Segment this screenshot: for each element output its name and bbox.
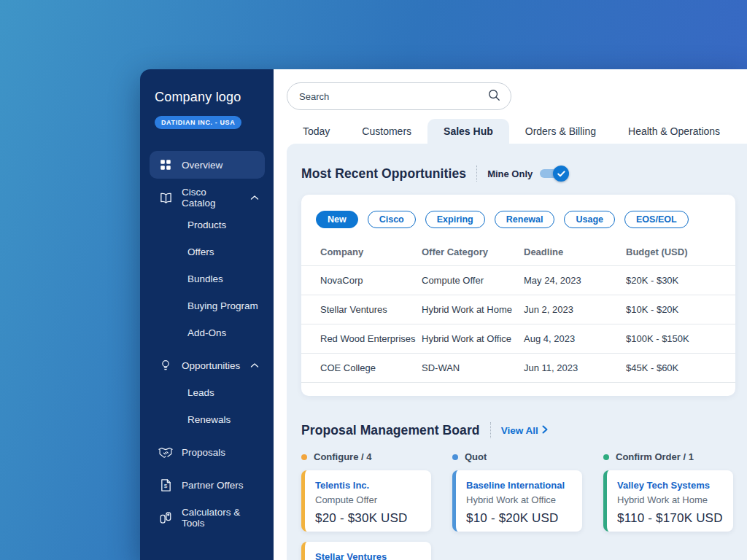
sidebar-item-label: Proposals bbox=[182, 447, 225, 458]
cell-deadline: Jun 2, 2023 bbox=[524, 304, 626, 315]
tab-sales-hub[interactable]: Sales Hub bbox=[427, 119, 509, 144]
table-row[interactable]: Red Wood Enterprises Hybrid Work at Offi… bbox=[301, 324, 735, 354]
cell-budget: $20K - $30K bbox=[626, 275, 716, 286]
board-column-confirm-order: Confirm Order / 1 Valley Tech Systems Hy… bbox=[603, 451, 733, 560]
proposal-company-link[interactable]: Telentis Inc. bbox=[315, 480, 421, 491]
search-icon[interactable] bbox=[487, 88, 500, 104]
sidebar-item-overview[interactable]: Overview bbox=[150, 151, 265, 179]
filter-pill-usage[interactable]: Usage bbox=[564, 211, 615, 228]
tab-health-operations[interactable]: Health & Operations bbox=[612, 119, 736, 144]
sidebar-item-label: Overview bbox=[182, 160, 222, 171]
tab-today[interactable]: Today bbox=[287, 119, 346, 144]
topbar: Today Customers Sales Hub Orders & Billi… bbox=[274, 69, 747, 144]
cell-company: Red Wood Enterprises bbox=[320, 333, 422, 344]
filter-pill-new[interactable]: New bbox=[316, 211, 358, 228]
view-all-label: View All bbox=[501, 425, 538, 436]
mine-only-toggle[interactable] bbox=[540, 166, 569, 182]
proposal-company-link[interactable]: Baseline International bbox=[466, 480, 572, 491]
sidebar-item-label: Leads bbox=[187, 387, 214, 398]
filter-pill-eos-eol[interactable]: EOS/EOL bbox=[624, 211, 689, 228]
proposal-card[interactable]: Baseline International Hybrid Work at Of… bbox=[452, 470, 582, 532]
cell-budget: $10K - $20K bbox=[626, 304, 716, 315]
sidebar-item-leads[interactable]: Leads bbox=[150, 379, 265, 406]
sidebar-item-label: Bundles bbox=[187, 273, 223, 284]
proposal-price: $10 - $20K USD bbox=[466, 511, 572, 526]
column-label: Configure / 4 bbox=[314, 451, 371, 462]
sidebar-item-label: Add-Ons bbox=[187, 327, 226, 338]
proposal-category: Hybrid Work at Office bbox=[466, 494, 572, 505]
sidebar-item-calculators-tools[interactable]: Calculators & Tools bbox=[150, 504, 265, 532]
filter-pill-renewal[interactable]: Renewal bbox=[495, 211, 555, 228]
sidebar-item-cisco-catalog[interactable]: Cisco Catalog bbox=[150, 184, 265, 211]
opportunities-table: Company Offer Category Deadline Budget (… bbox=[301, 238, 735, 383]
dotted-divider bbox=[476, 166, 477, 182]
column-header-configure: Configure / 4 bbox=[301, 451, 431, 462]
chevron-right-icon bbox=[542, 425, 548, 436]
proposal-company-link[interactable]: Valley Tech Systems bbox=[617, 480, 723, 491]
tab-customers[interactable]: Customers bbox=[346, 119, 427, 144]
section-title-opportunities: Most Recent Opportunities bbox=[301, 166, 466, 182]
column-header-company: Company bbox=[320, 246, 422, 257]
mine-only-label: Mine Only bbox=[487, 168, 533, 179]
proposal-card[interactable]: Stellar Ventures bbox=[301, 542, 431, 560]
sidebar-item-label: Opportunities bbox=[182, 360, 240, 371]
sidebar-item-proposals[interactable]: Proposals bbox=[150, 438, 265, 466]
sidebar-item-add-ons[interactable]: Add-Ons bbox=[150, 319, 265, 346]
sales-hub-panel: Most Recent Opportunities Mine Only New … bbox=[287, 144, 747, 560]
table-header-row: Company Offer Category Deadline Budget (… bbox=[301, 238, 735, 266]
search-input[interactable] bbox=[299, 91, 487, 102]
book-icon bbox=[158, 190, 173, 205]
lightbulb-icon bbox=[158, 358, 173, 373]
mine-only-control: Mine Only bbox=[487, 166, 569, 182]
sidebar-item-buying-program[interactable]: Buying Program bbox=[150, 292, 265, 319]
main-area: Today Customers Sales Hub Orders & Billi… bbox=[274, 69, 747, 560]
proposal-card[interactable]: Valley Tech Systems Hybrid Work at Home … bbox=[603, 470, 733, 532]
view-all-link[interactable]: View All bbox=[501, 425, 548, 436]
app-window: Company logo DATIDIAN INC. - USA Overvie… bbox=[140, 69, 747, 560]
tab-label: Health & Operations bbox=[628, 125, 720, 137]
sidebar-item-bundles[interactable]: Bundles bbox=[150, 265, 265, 292]
opportunities-header: Most Recent Opportunities Mine Only bbox=[301, 166, 735, 182]
filter-pill-expiring[interactable]: Expiring bbox=[425, 211, 485, 228]
proposal-category: Hybrid Work at Home bbox=[617, 494, 723, 505]
table-row[interactable]: COE College SD-WAN Jun 11, 2023 $45K - $… bbox=[301, 354, 735, 383]
sidebar-item-label: Partner Offers bbox=[182, 480, 244, 491]
filter-pill-cisco[interactable]: Cisco bbox=[368, 211, 416, 228]
proposal-board: Proposal Management Board View All Confi… bbox=[301, 422, 735, 560]
sidebar-item-products[interactable]: Products bbox=[150, 211, 265, 238]
table-row[interactable]: NovaCorp Compute Offer May 24, 2023 $20K… bbox=[301, 266, 735, 295]
column-header-category: Offer Category bbox=[422, 246, 524, 257]
section-title-board: Proposal Management Board bbox=[301, 423, 480, 438]
tab-orders-billing[interactable]: Orders & Billing bbox=[509, 119, 612, 144]
tab-label: Customers bbox=[362, 125, 411, 137]
grid-icon bbox=[158, 158, 173, 172]
handshake-icon bbox=[158, 445, 173, 459]
sidebar-item-opportunities[interactable]: Opportunities bbox=[150, 351, 265, 379]
dotted-divider bbox=[490, 422, 491, 438]
sidebar-item-label: Products bbox=[187, 219, 226, 230]
cell-company: Stellar Ventures bbox=[320, 304, 422, 315]
cell-category: Compute Offer bbox=[422, 275, 524, 286]
table-row[interactable]: Stellar Ventures Hybrid Work at Home Jun… bbox=[301, 295, 735, 324]
chevron-up-icon bbox=[250, 362, 259, 368]
sidebar-item-partner-offers[interactable]: $ Partner Offers bbox=[150, 471, 265, 499]
sidebar-item-offers[interactable]: Offers bbox=[150, 238, 265, 265]
tab-label: Today bbox=[303, 125, 330, 137]
search-box bbox=[287, 82, 511, 110]
proposal-card[interactable]: Telentis Inc. Compute Offer $20 - $30K U… bbox=[301, 470, 431, 532]
cell-category: Hybrid Work at Office bbox=[422, 333, 524, 344]
cell-company: COE College bbox=[320, 362, 422, 373]
proposal-category: Compute Offer bbox=[315, 494, 421, 505]
status-dot-configure bbox=[301, 454, 307, 460]
org-badge[interactable]: DATIDIAN INC. - USA bbox=[155, 116, 241, 129]
proposal-price: $20 - $30K USD bbox=[315, 511, 421, 526]
proposal-company-link[interactable]: Stellar Ventures bbox=[315, 551, 421, 560]
cell-budget: $100K - $150K bbox=[626, 333, 716, 344]
calculator-icon bbox=[158, 510, 173, 525]
status-dot-confirm-order bbox=[603, 454, 609, 460]
column-label: Confirm Order / 1 bbox=[616, 451, 694, 462]
cell-category: SD-WAN bbox=[422, 362, 524, 373]
tab-label: Orders & Billing bbox=[525, 125, 596, 137]
cell-budget: $45K - $60K bbox=[626, 362, 716, 373]
sidebar-item-renewals[interactable]: Renewals bbox=[150, 406, 265, 433]
